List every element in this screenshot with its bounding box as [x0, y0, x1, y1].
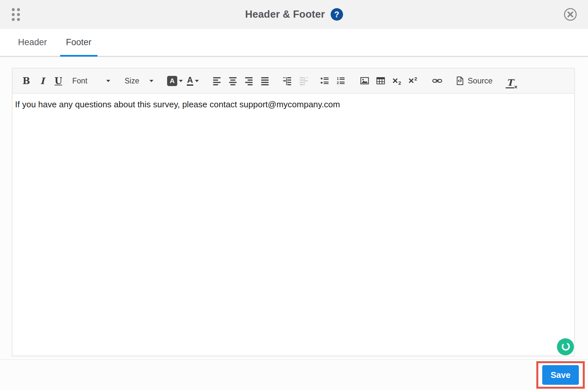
- indent-button[interactable]: [279, 73, 295, 88]
- remove-format-button[interactable]: T ✕: [504, 73, 520, 88]
- tab-footer-label: Footer: [66, 37, 92, 47]
- chevron-down-icon: [179, 80, 183, 82]
- modal-body: B I U Font Size: [0, 57, 588, 359]
- superscript-button[interactable]: ✕ 2: [405, 73, 421, 88]
- modal-header: Header & Footer ?: [0, 0, 588, 29]
- editor-text: If you have any questions about this sur…: [15, 99, 572, 110]
- align-center-icon: [228, 76, 238, 86]
- text-color-button[interactable]: A: [165, 73, 185, 88]
- table-button[interactable]: [372, 73, 389, 88]
- numbered-list-button[interactable]: 1 2: [333, 73, 349, 88]
- table-icon: [376, 76, 386, 86]
- align-center-button[interactable]: [225, 73, 241, 88]
- tab-footer[interactable]: Footer: [60, 29, 97, 56]
- justify-icon: [260, 76, 270, 86]
- modal-title: Header & Footer: [245, 9, 325, 20]
- feedback-beacon-icon[interactable]: [557, 338, 574, 355]
- link-button[interactable]: [429, 73, 445, 88]
- italic-button[interactable]: I: [34, 73, 50, 88]
- annotation-highlight-box: Save: [536, 361, 585, 389]
- size-select-label: Size: [125, 77, 139, 85]
- bulleted-list-button[interactable]: [317, 73, 333, 88]
- size-select[interactable]: Size: [121, 73, 157, 88]
- underline-icon: U: [55, 76, 62, 86]
- image-icon: [360, 76, 370, 86]
- chevron-down-icon: [149, 80, 153, 82]
- tab-header[interactable]: Header: [12, 29, 53, 56]
- outdent-button[interactable]: [295, 73, 311, 88]
- numbered-list-icon: 1 2: [336, 76, 346, 86]
- beacon-arc-icon: [559, 340, 572, 353]
- align-left-button[interactable]: [209, 73, 225, 88]
- justify-button[interactable]: [257, 73, 273, 88]
- font-select-label: Font: [72, 77, 87, 85]
- chevron-down-icon: [195, 80, 199, 82]
- link-icon: [432, 76, 442, 86]
- source-button[interactable]: Source: [452, 73, 495, 88]
- editor-content[interactable]: If you have any questions about this sur…: [12, 94, 574, 356]
- modal-footer: Save: [0, 359, 588, 390]
- bold-button[interactable]: B: [18, 73, 34, 88]
- font-select[interactable]: Font: [69, 73, 113, 88]
- align-right-button[interactable]: [241, 73, 257, 88]
- align-left-icon: [212, 76, 222, 86]
- source-button-label: Source: [468, 76, 493, 85]
- bulleted-list-icon: [320, 76, 330, 86]
- editor-toolbar: B I U Font Size: [12, 68, 574, 94]
- superscript-icon: ✕: [408, 77, 414, 85]
- text-color-icon: A: [167, 76, 177, 86]
- title-group: Header & Footer ?: [0, 0, 588, 29]
- outdent-icon: [299, 76, 308, 86]
- remove-format-icon: T: [506, 78, 514, 88]
- underline-button[interactable]: U: [50, 73, 66, 88]
- rich-text-editor: B I U Font Size: [12, 68, 575, 356]
- italic-icon: I: [40, 76, 44, 86]
- image-button[interactable]: [356, 73, 372, 88]
- close-icon[interactable]: [563, 7, 578, 22]
- source-code-icon: [455, 76, 465, 86]
- subscript-button[interactable]: ✕ 2: [389, 73, 405, 88]
- svg-text:2: 2: [337, 81, 338, 85]
- tab-header-label: Header: [18, 37, 47, 47]
- header-footer-modal: { "modal": { "title": "Header & Footer",…: [0, 0, 588, 390]
- subscript-icon: ✕: [392, 77, 398, 85]
- help-icon[interactable]: ?: [331, 8, 343, 21]
- background-color-icon: A: [187, 76, 193, 86]
- svg-text:1: 1: [337, 77, 338, 80]
- indent-icon: [283, 76, 292, 86]
- chevron-down-icon: [106, 80, 110, 82]
- align-right-icon: [244, 76, 254, 86]
- bold-icon: B: [23, 76, 30, 86]
- save-button[interactable]: Save: [542, 365, 579, 385]
- tab-bar: Header Footer: [0, 29, 588, 57]
- background-color-button[interactable]: A: [185, 73, 201, 88]
- x-circle-icon: [563, 7, 578, 22]
